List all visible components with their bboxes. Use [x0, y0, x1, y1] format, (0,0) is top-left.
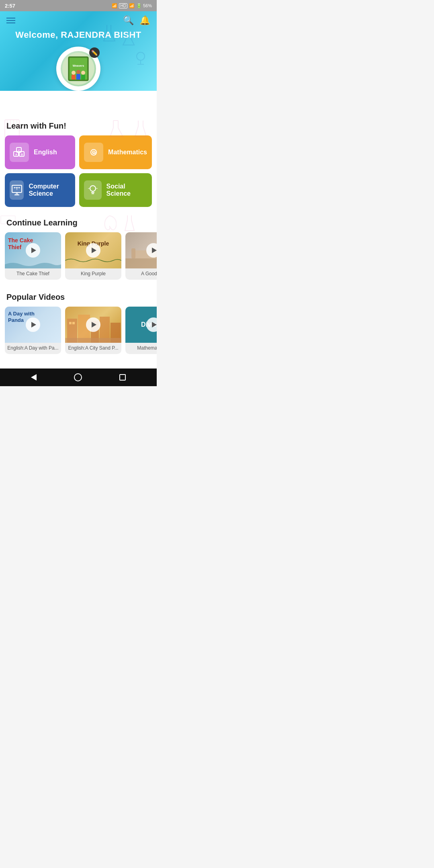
hero-section: 🔍 🔔 Welcome, RAJENDRA BISHT Weavers [0, 11, 157, 91]
video-card-king[interactable]: King Purple King Purple [65, 232, 121, 280]
video-thumb-panda: A Day withPanda [5, 307, 61, 343]
search-icon[interactable]: 🔍 [123, 15, 134, 26]
social-subject-card[interactable]: Social Science [79, 173, 152, 207]
svg-point-8 [72, 71, 76, 75]
continue-learning-section: Continue Learning The CakeThief The Cake… [0, 212, 157, 286]
cake-label: The Cake Thief [5, 268, 61, 280]
video-thumb-city [65, 307, 121, 343]
play-button-king[interactable] [86, 243, 100, 258]
status-icons: 📶 HD 📶 🔋 56% [112, 3, 152, 8]
popular-videos-section: Popular Videos A Day withPanda English:A… [0, 286, 157, 360]
avatar-svg: Weavers [62, 53, 94, 85]
computer-icon [10, 184, 23, 197]
hd-badge: HD [119, 3, 127, 8]
video-card-division[interactable]: Division Mathematics:... [125, 307, 157, 354]
svg-rect-13 [81, 75, 85, 80]
cs-icon [10, 180, 24, 200]
video-card-city[interactable]: English:A City Sand P... [65, 307, 121, 354]
svg-rect-58 [65, 338, 121, 343]
home-button[interactable] [74, 373, 82, 381]
division-label: Mathematics:... [125, 343, 157, 354]
math-subject-card[interactable]: 12 Mathematics [79, 135, 152, 169]
bulb-icon [86, 184, 99, 197]
math-label: Mathematics [108, 149, 147, 156]
learn-section: Learn with Fun! A B C English [0, 115, 157, 212]
hamburger-line3 [6, 23, 15, 23]
wave-svg [5, 260, 61, 268]
popular-videos-scroll[interactable]: A Day withPanda English:A Day with Pa... [0, 307, 157, 360]
svg-text:A: A [15, 153, 17, 156]
video-thumb-cake: The CakeThief [5, 232, 61, 268]
signal-icon: 📶 [129, 3, 135, 8]
battery-icon: 🔋 56% [136, 3, 152, 8]
english-label: English [34, 149, 57, 156]
math-gear-icon: 12 [87, 146, 100, 159]
bottom-navigation [0, 368, 157, 386]
svg-text:B: B [21, 153, 23, 156]
english-subject-card[interactable]: A B C English [5, 135, 75, 169]
main-content: Learn with Fun! A B C English [0, 91, 157, 368]
social-icon [84, 180, 101, 200]
king-label: King Purple [65, 268, 121, 280]
deco-flask2-icon [102, 23, 117, 43]
hero-top-bar: 🔍 🔔 [0, 11, 157, 27]
social-label: Social Science [106, 183, 147, 197]
math-icon: 12 [84, 143, 103, 162]
room-label: A Good R... [125, 268, 157, 280]
svg-rect-45 [125, 258, 157, 268]
svg-rect-44 [1, 216, 15, 224]
wifi-icon: 📶 [112, 3, 117, 8]
panda-label: English:A Day with Pa... [5, 343, 61, 354]
recents-button[interactable] [119, 374, 126, 381]
notification-icon[interactable]: 🔔 [139, 15, 150, 26]
avatar-container: Weavers ✏️ [0, 47, 157, 91]
city-label: English:A City Sand P... [65, 343, 121, 354]
video-thumb-division: Division [125, 307, 157, 343]
svg-text:Weavers: Weavers [73, 64, 84, 67]
play-button-cake[interactable] [26, 243, 40, 258]
play-button-panda[interactable] [26, 317, 40, 332]
header-action-icons: 🔍 🔔 [123, 15, 150, 26]
deco-flask-pink-icon [133, 119, 149, 139]
play-button-city[interactable] [86, 317, 100, 332]
svg-text:C: C [18, 149, 20, 152]
deco-bottle-icon [123, 214, 137, 232]
deco-flask-icon [121, 31, 137, 47]
deco-piano-icon [4, 119, 20, 139]
english-icon: A B C [10, 143, 29, 162]
hamburger-line2 [6, 20, 15, 21]
edit-icon: ✏️ [91, 50, 98, 56]
svg-point-9 [76, 70, 80, 74]
subject-grid: A B C English 12 Mathematics [0, 135, 157, 212]
svg-rect-56 [69, 322, 72, 324]
avatar-ring: Weavers ✏️ [56, 47, 100, 91]
deco-ruler-icon [0, 212, 16, 228]
cs-subject-card[interactable]: Computer Science [5, 173, 75, 207]
status-time: 2:57 [5, 3, 15, 9]
deco-lung-icon [102, 214, 117, 232]
avatar-edit-button[interactable]: ✏️ [89, 47, 100, 58]
video-thumb-room [125, 232, 157, 268]
svg-text:12: 12 [92, 151, 96, 155]
play-button-division[interactable] [146, 317, 157, 332]
video-card-cake[interactable]: The CakeThief The Cake Thief [5, 232, 61, 280]
abc-blocks-icon: A B C [13, 146, 26, 159]
svg-rect-11 [72, 75, 76, 80]
svg-rect-57 [72, 322, 75, 324]
status-bar: 2:57 📶 HD 📶 🔋 56% [0, 0, 157, 11]
hamburger-line1 [6, 18, 15, 18]
popular-videos-title: Popular Videos [0, 286, 157, 307]
video-card-room[interactable]: A Good R... [125, 232, 157, 280]
svg-point-10 [81, 71, 85, 75]
svg-point-38 [90, 186, 96, 191]
video-card-panda[interactable]: A Day withPanda English:A Day with Pa... [5, 307, 61, 354]
back-button[interactable] [31, 374, 37, 381]
svg-rect-12 [76, 74, 80, 80]
continue-learning-scroll[interactable]: The CakeThief The Cake Thief King Purple… [0, 232, 157, 286]
video-thumb-king: King Purple [65, 232, 121, 268]
deco-beaker-icon [108, 119, 125, 139]
hamburger-menu[interactable] [6, 18, 15, 23]
svg-rect-49 [131, 248, 135, 258]
cs-label: Computer Science [29, 183, 70, 197]
